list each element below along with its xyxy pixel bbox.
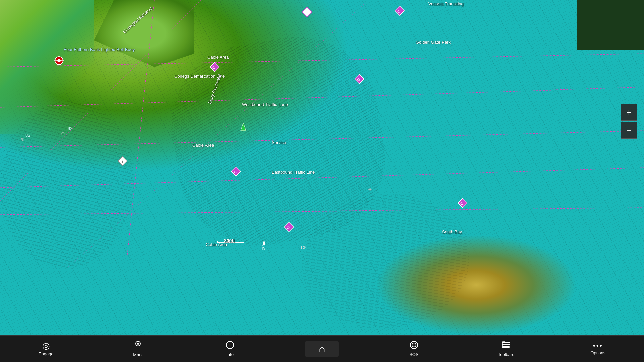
sos-label: SOS xyxy=(409,352,418,357)
sos-icon xyxy=(410,341,418,351)
mark-label: Mark xyxy=(133,352,143,357)
info-label: Info xyxy=(226,352,234,357)
mark-icon xyxy=(134,340,142,351)
depth-rk: Rk xyxy=(301,245,306,250)
toolbars-label: Toolbars xyxy=(498,352,514,357)
land-area-top-right xyxy=(577,0,644,50)
map-container[interactable]: i C C C C C C i ⊕ ⊕ ⊕ xyxy=(0,0,644,335)
zoom-controls: + − xyxy=(621,104,637,139)
engage-icon: ◎ xyxy=(42,341,50,350)
depth-92: 92 xyxy=(68,126,72,131)
svg-text:i: i xyxy=(229,342,231,348)
zoom-out-button[interactable]: − xyxy=(621,122,637,139)
home-icon: ⌂ xyxy=(319,344,325,354)
toolbar-engage[interactable]: ◎ Engage xyxy=(29,339,63,359)
toolbar-mark[interactable]: Mark xyxy=(121,338,155,360)
toolbars-icon xyxy=(502,341,510,351)
info-icon: i xyxy=(226,341,234,351)
zoom-in-button[interactable]: + xyxy=(621,104,637,121)
svg-point-45 xyxy=(412,343,416,347)
toolbar-home[interactable]: ⌂ xyxy=(305,341,339,357)
toolbar-sos[interactable]: SOS xyxy=(397,338,431,360)
svg-point-41 xyxy=(137,343,139,345)
toolbar-toolbars[interactable]: Toolbars xyxy=(489,338,523,360)
toolbar-info[interactable]: i Info xyxy=(213,338,247,360)
svg-rect-51 xyxy=(502,344,510,345)
options-icon: ••• xyxy=(593,342,603,349)
bottom-toolbar: ◎ Engage Mark i Info ⌂ xyxy=(0,335,644,362)
depth-82: 82 xyxy=(25,133,30,138)
engage-label: Engage xyxy=(39,351,54,356)
options-label: Options xyxy=(590,350,605,355)
toolbar-options[interactable]: ••• Options xyxy=(581,340,615,358)
